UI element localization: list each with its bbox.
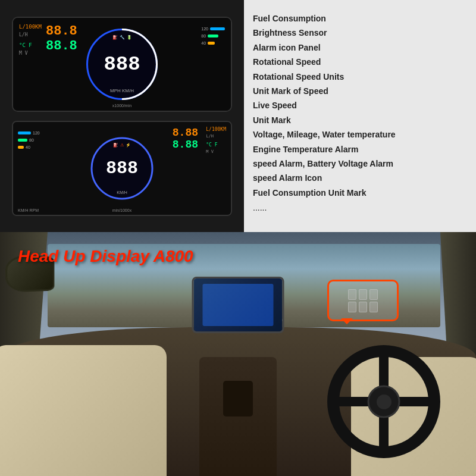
icon-bat-bottom: ⚡ [126,142,131,147]
fuel-val-bottom: 8.88 [173,127,198,139]
hud-mini-row-1 [348,289,378,300]
nav-screen-inner [194,278,283,331]
scale-80: 80 [201,34,206,38]
left-panel: L/100KM L/H °C F M V 88.8 88.8 888 [0,0,244,232]
center-console [199,357,277,476]
speech-bubble [327,280,399,321]
hud-display-bottom: L/100KM L/H °C F M V 8.88 8.88 888 ⛽ [13,122,231,215]
icon-fuel-bottom: ⛽ [113,142,118,147]
feature-unit-mark: Unit Mark [253,114,467,127]
feature-rotational-speed-units: Rotational Speed Units [253,70,467,83]
feature-fuel-consumption-unit: Fuel Consumption Unit Mark [253,186,467,199]
speed-unit-label: MPH KM/H [110,88,134,93]
hud-digit-6 [369,302,378,312]
feature-engine-temp-alarm: Engine Temperature Alarm [253,143,467,156]
feature-fuel-consumption: Fuel Consumption [253,12,467,25]
kmh-unit-bottom: KM/H [117,190,127,194]
hud-digit-4 [348,302,356,312]
temp-val-bottom: 8.88 [173,139,198,151]
hud-display-top: L/100KM L/H °C F M V 88.8 88.8 888 [13,18,231,111]
hud-device-bottom: L/100KM L/H °C F M V 8.88 8.88 888 ⛽ [12,121,232,216]
feature-alarm-icon-panel: Alarm icon Panel [253,41,467,54]
feature-live-speed: Live Speed [253,99,467,112]
right-panel: Fuel Consumption Brightness Sensor Alarm… [244,0,476,232]
mv-label-bottom: M V [206,149,226,154]
hud-digit-3 [369,289,378,300]
feature-dots: ...... [253,203,467,212]
cf-label-bottom: °C F [206,142,226,148]
temp-value: 88.8 [46,39,77,54]
hud-mini-row-2 [348,302,378,312]
icon-alarm-bottom: ⚠ [120,142,124,147]
rpm-x1000-bottom: min/1000x [112,208,131,212]
speed-circle-bottom: 888 ⛽ ⚠ ⚡ KM/H [91,137,154,199]
hud-device-top: L/100KM L/H °C F M V 88.8 88.8 888 [12,17,232,112]
scale-bar-80 [208,35,218,37]
seat-left [0,345,167,476]
temp-unit-mv: M V [19,51,42,56]
gear-selector [223,381,253,416]
hud-bottom-digits-right: 8.88 8.88 [173,127,198,151]
brand-logo [377,394,392,409]
temp-unit-label: °C F [19,42,42,48]
scale-bot-40: 40 [26,145,30,149]
feature-speed-alarm-battery: speed Alarm, Battery Voltage Alarm [253,157,467,170]
page-title: Head Up Display A800 [18,247,193,266]
feature-voltage-mileage: Voltage, Mileage, Water temperature [253,128,467,141]
scale-bars-top: 120 80 40 [201,27,225,45]
scale-bot-120: 120 [33,131,40,135]
speed-digits-bottom: 888 [106,158,138,178]
hud-digit-1 [348,289,356,300]
steering-hub [368,386,400,418]
fuel-display: 88.8 88.8 [46,24,77,54]
scale-bar-bot-120 [18,131,31,134]
scale-bar-bot-80 [18,139,27,142]
bottom-section: Head Up Display A800 [0,232,476,476]
hud-overlay [327,280,399,321]
scale-bar-120 [210,27,225,30]
icon-engine-top: 🔧 [120,35,125,40]
rpm-label-top: x1000/min [112,104,131,108]
lh-label-bottom: L/H [206,134,226,139]
hud-digit-2 [359,289,367,300]
hud-digit-5 [359,302,367,312]
feature-speed-alarm-icon: speed Alarm Icon [253,171,467,184]
scale-bot-80: 80 [29,138,34,142]
feature-unit-mark-speed: Unit Mark of Speed [253,84,467,98]
steering-wheel [327,345,440,458]
scale-bars-bottom: 120 80 40 [18,131,40,149]
icon-fuel-top: ⛽ [112,35,118,40]
nav-map [202,284,273,326]
top-section: L/100KM L/H °C F M V 88.8 88.8 888 [0,0,476,232]
speed-circle: 888 ⛽ 🔧 🔋 MPH KM/H [86,29,158,100]
feature-brightness-sensor: Brightness Sensor [253,26,467,39]
scale-bar-bot-40 [18,146,24,149]
feature-rotational-speed: Rotational Speed [253,55,467,68]
icon-battery-top: 🔋 [127,35,132,40]
feature-list: Fuel Consumption Brightness Sensor Alarm… [253,12,467,212]
hud-bottom-right-info: L/100KM L/H °C F M V [206,127,226,154]
scale-40: 40 [201,41,206,45]
scale-120: 120 [201,27,208,31]
fuel-unit-label: L/100KM [19,24,42,30]
fuel-unit-bottom-r: L/100KM [206,127,226,132]
fuel-unit-lh: L/H [19,32,42,37]
steering-wheel-container [327,345,440,458]
scale-bar-40 [208,42,215,45]
fuel-value: 88.8 [46,24,77,39]
rpm-label-bottom: KM/H RPM [18,208,39,212]
nav-screen [192,277,284,333]
hud-mini-display [348,289,378,312]
